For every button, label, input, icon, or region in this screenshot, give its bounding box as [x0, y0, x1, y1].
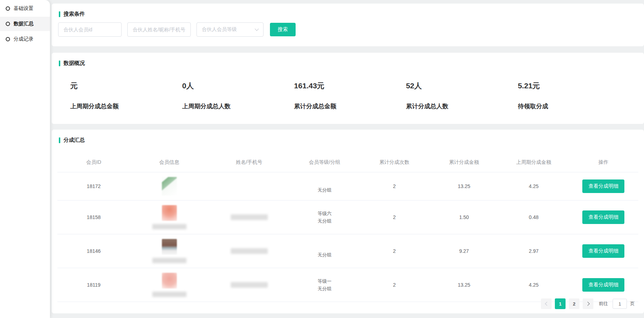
name-phone-cell — [209, 172, 290, 200]
action-cell: 查看分成明细 — [568, 234, 638, 268]
member-level: 等级一 — [290, 277, 359, 285]
stat-value: 5.21元 — [518, 81, 630, 91]
member-id-cell: 18172 — [57, 172, 130, 200]
level-group-cell: 等级六 无分组 — [290, 200, 359, 234]
chevron-down-icon — [255, 27, 259, 31]
action-cell: 查看分成明细 — [568, 172, 638, 200]
member-avatar — [162, 239, 177, 255]
search-panel: 搜索条件 合伙人会员等级 搜索 — [52, 4, 644, 46]
total-amount-cell: 9.27 — [429, 234, 499, 268]
next-page-button[interactable] — [583, 298, 593, 309]
search-button[interactable]: 搜索 — [270, 23, 296, 36]
member-group: 无分组 — [290, 186, 359, 194]
radio-circle-icon — [6, 22, 10, 26]
stat-value: 0人 — [182, 81, 294, 91]
name-phone-cell — [209, 200, 290, 234]
view-detail-button[interactable]: 查看分成明细 — [582, 179, 624, 193]
commission-count-cell: 2 — [359, 172, 429, 200]
overview-panel: 数据概况 元 上周期分成总金额 0人 上周期分成总人数 161.43元 累计分成… — [52, 53, 644, 124]
section-title-text: 分成汇总 — [63, 137, 85, 144]
last-period-amount-cell: 2.97 — [499, 234, 568, 268]
commission-count-cell: 2 — [359, 200, 429, 234]
sidebar-item-basic-settings[interactable]: 基础设置 — [0, 1, 50, 16]
summary-section-title: 分成汇总 — [52, 130, 644, 144]
stat-value: 161.43元 — [294, 81, 406, 91]
name-phone-cell — [209, 268, 290, 302]
sidebar-item-label: 分成记录 — [14, 36, 34, 42]
view-detail-button[interactable]: 查看分成明细 — [582, 278, 624, 292]
stat-label: 累计分成总人数 — [406, 102, 518, 110]
member-info-cell — [130, 234, 209, 268]
member-level — [290, 179, 359, 186]
col-member-info: 会员信息 — [130, 152, 209, 172]
stat-value: 元 — [70, 81, 182, 91]
stats-grid: 元 上周期分成总金额 0人 上周期分成总人数 161.43元 累计分成总金额 5… — [52, 67, 644, 110]
partner-member-id-input[interactable] — [58, 22, 122, 37]
goto-page-input[interactable] — [613, 299, 627, 309]
member-info-cell — [130, 172, 209, 200]
member-id-cell: 18158 — [57, 200, 130, 234]
total-amount-cell: 1.50 — [429, 200, 499, 234]
member-group: 无分组 — [290, 217, 359, 225]
table-row: 18158 等级六 无分组 2 1.50 0.48 — [57, 200, 638, 234]
stat-label: 待领取分成 — [518, 102, 630, 110]
member-nickname-redacted — [152, 258, 186, 263]
commission-count-cell: 2 — [359, 234, 429, 268]
chevron-left-icon — [545, 302, 549, 306]
summary-table: 会员ID 会员信息 姓名/手机号 会员等级/分组 累计分成次数 累计分成金额 上… — [57, 152, 638, 302]
stat-total-amount: 161.43元 累计分成总金额 — [294, 81, 406, 110]
radio-circle-icon — [6, 6, 10, 11]
goto-label: 前往 — [599, 301, 608, 307]
stat-last-period-amount: 元 上周期分成总金额 — [70, 81, 182, 110]
partner-name-input[interactable] — [127, 22, 191, 37]
stat-value: 52人 — [406, 81, 518, 91]
table-row: 18146 无分组 2 9.27 2.97 — [57, 234, 638, 268]
sidebar-item-commission-records[interactable]: 分成记录 — [0, 32, 50, 46]
action-cell: 查看分成明细 — [568, 200, 638, 234]
sidebar: 基础设置 数据汇总 分成记录 — [0, 0, 50, 318]
section-title-text: 数据概况 — [63, 60, 85, 67]
chevron-right-icon — [586, 302, 589, 306]
member-info-cell — [130, 268, 209, 302]
section-accent-bar — [59, 61, 60, 66]
total-amount-cell: 13.25 — [429, 268, 499, 302]
page-button-2[interactable]: 2 — [569, 298, 579, 309]
view-detail-button[interactable]: 查看分成明细 — [582, 244, 624, 258]
member-level — [290, 244, 359, 251]
prev-page-button[interactable] — [541, 298, 552, 309]
col-member-id: 会员ID — [57, 152, 130, 172]
select-placeholder: 合伙人会员等级 — [202, 26, 237, 33]
commission-count-cell: 2 — [359, 268, 429, 302]
partner-level-select[interactable]: 合伙人会员等级 — [196, 22, 264, 37]
view-detail-button[interactable]: 查看分成明细 — [582, 210, 624, 224]
stat-label: 上周期分成总人数 — [182, 102, 294, 110]
member-avatar — [162, 177, 177, 196]
stat-total-people: 52人 累计分成总人数 — [406, 81, 518, 110]
member-info-cell — [130, 200, 209, 234]
page-button-1[interactable]: 1 — [555, 298, 566, 309]
member-group: 无分组 — [290, 251, 359, 259]
member-phone-redacted — [231, 282, 268, 288]
stat-label: 累计分成总金额 — [294, 102, 406, 110]
sidebar-item-label: 数据汇总 — [14, 21, 34, 27]
page-unit-label: 页 — [630, 301, 635, 307]
sidebar-item-label: 基础设置 — [14, 5, 34, 12]
level-group-cell: 等级一 无分组 — [290, 268, 359, 302]
member-level: 等级六 — [290, 210, 359, 217]
section-accent-bar — [59, 137, 60, 143]
search-controls: 合伙人会员等级 搜索 — [58, 22, 644, 37]
sidebar-item-data-summary[interactable]: 数据汇总 — [0, 17, 50, 31]
member-nickname-redacted — [152, 292, 186, 297]
col-total-amount: 累计分成金额 — [429, 152, 499, 172]
member-avatar — [162, 273, 177, 288]
last-period-amount-cell: 4.25 — [499, 268, 568, 302]
member-nickname-redacted — [152, 224, 186, 229]
partner-commission-admin-page: 基础设置 数据汇总 分成记录 搜索条件 合伙人会员等级 搜索 — [0, 0, 644, 318]
summary-panel: 分成汇总 会员ID 会员信息 姓名/手机号 会员等级/分组 累计分成次数 累计分… — [52, 130, 644, 313]
section-accent-bar — [59, 11, 60, 17]
member-id-cell: 18119 — [57, 268, 130, 302]
stat-pending-amount: 5.21元 待领取分成 — [518, 81, 630, 110]
total-amount-cell: 13.25 — [429, 172, 499, 200]
table-row: 18119 等级一 无分组 2 13.25 4.25 — [57, 268, 638, 302]
col-last-period-amount: 上周期分成金额 — [499, 152, 568, 172]
